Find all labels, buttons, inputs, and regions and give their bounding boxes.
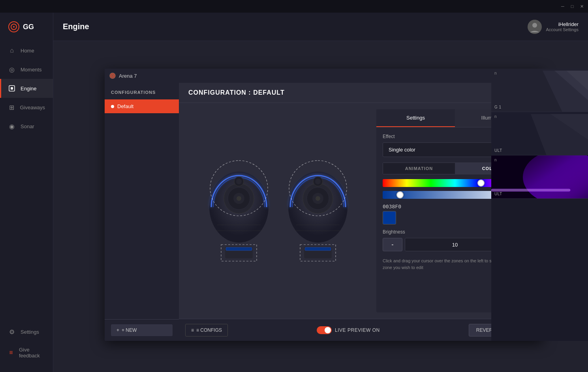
sidebar-label-giveaways: Giveaways	[20, 105, 45, 110]
config-active-dot	[111, 105, 114, 108]
config-body: Settings Illumination Effect	[179, 103, 543, 319]
maximize-btn[interactable]: □	[569, 3, 575, 9]
preview-label-3: ULT	[494, 192, 502, 196]
config-sidebar-bottom: + + NEW	[105, 319, 179, 341]
modal-bottom-bar: ≡ ≡ CONFIGS LIVE PREVI	[179, 319, 543, 341]
config-main-content: CONFIGURATION : DEFAULT	[179, 83, 543, 341]
steelseries-icon	[8, 21, 20, 33]
config-title: CONFIGURATION : DEFAULT	[188, 89, 534, 96]
bottom-left: ≡ ≡ CONFIGS	[185, 324, 228, 336]
preview-card-3[interactable]: n ULT	[491, 155, 588, 199]
right-preview-panel: n G 1 n ULT	[491, 69, 588, 341]
preview-img-2	[491, 112, 588, 155]
moments-icon: ◎	[8, 65, 16, 73]
configurations-title: CONFIGURATIONS	[111, 90, 173, 95]
configs-button[interactable]: ≡ ≡ CONFIGS	[185, 324, 228, 336]
preview-label-top-3: n	[494, 158, 497, 162]
sidebar-item-home[interactable]: ⌂ Home	[0, 41, 53, 60]
plus-icon: +	[116, 327, 119, 333]
sidebar-item-settings[interactable]: ⚙ Settings	[0, 322, 53, 341]
preview-img-3	[491, 155, 588, 198]
svg-rect-43	[491, 189, 570, 191]
right-speaker	[284, 156, 351, 266]
sidebar-bottom: ⚙ Settings ≡ Give feedback	[0, 322, 53, 372]
sidebar-label-moments: Moments	[21, 67, 41, 73]
toggle-knob	[325, 327, 331, 333]
preview-label-top-2: n	[494, 114, 497, 119]
app-logo: GG	[0, 13, 53, 41]
modal-app-icon	[109, 73, 116, 79]
modal-title: Arena 7	[119, 73, 137, 79]
avatar	[528, 20, 542, 34]
settings-icon: ⚙	[8, 328, 16, 336]
modal-body: CONFIGURATIONS Default	[105, 83, 543, 341]
brightness-slider-thumb[interactable]	[396, 191, 404, 198]
config-sidebar-header: CONFIGURATIONS	[105, 83, 179, 99]
sidebar: GG ⌂ Home ◎ Moments	[0, 13, 53, 372]
sonar-icon: ◉	[8, 122, 16, 130]
modal-title-left: Arena 7	[109, 73, 137, 79]
app-header: Engine iHellrider Account Settings	[53, 13, 588, 41]
preview-card-2[interactable]: n ULT	[491, 112, 588, 155]
config-list: Default	[105, 99, 179, 319]
active-bar	[0, 79, 1, 98]
brightness-value: 10	[405, 238, 505, 251]
preview-img-1	[491, 69, 588, 112]
page-content: Arena 7 ─ □ ✕ CONFIGURATIONS	[53, 41, 588, 372]
user-name: iHellrider	[546, 21, 579, 27]
brightness-minus-btn[interactable]: -	[383, 238, 402, 251]
user-menu[interactable]: iHellrider Account Settings	[528, 20, 579, 34]
svg-point-26	[316, 196, 320, 201]
svg-rect-32	[305, 247, 331, 250]
configs-icon: ≡	[191, 327, 194, 333]
sidebar-label-sonar: Sonar	[21, 123, 34, 129]
color-swatch[interactable]	[383, 211, 396, 224]
config-header: CONFIGURATION : DEFAULT	[179, 83, 543, 103]
speaker-visualization	[188, 109, 368, 312]
modal-titlebar: Arena 7 ─ □ ✕	[105, 69, 543, 83]
configs-label: ≡ CONFIGS	[196, 327, 222, 333]
settings-tab-label: Settings	[406, 115, 425, 121]
sidebar-item-giveaways[interactable]: ⊞ Giveaways	[0, 98, 53, 117]
sidebar-label-settings: Settings	[21, 329, 39, 335]
color-hex: 0038F0	[383, 204, 401, 209]
sidebar-item-engine[interactable]: Engine	[0, 79, 53, 98]
logo-text: GG	[23, 23, 34, 31]
giveaways-icon: ⊞	[8, 103, 15, 111]
feedback-icon: ≡	[8, 349, 14, 357]
sidebar-item-moments[interactable]: ◎ Moments	[0, 60, 53, 79]
sidebar-item-sonar[interactable]: ◉ Sonar	[0, 117, 53, 136]
live-preview-label: LIVE PREVIEW ON	[335, 327, 380, 333]
bottom-center: LIVE PREVIEW ON	[317, 326, 380, 334]
svg-point-6	[532, 23, 537, 28]
close-btn[interactable]: ✕	[579, 3, 585, 9]
animation-tab[interactable]: ANIMATION	[383, 163, 455, 174]
minimize-btn[interactable]: ─	[560, 3, 566, 9]
tab-settings[interactable]: Settings	[376, 109, 455, 127]
user-info: iHellrider Account Settings	[546, 21, 579, 32]
color-slider-thumb[interactable]	[477, 179, 485, 187]
svg-point-42	[523, 155, 588, 199]
live-preview-toggle[interactable]: LIVE PREVIEW ON	[317, 326, 380, 334]
sidebar-label-home: Home	[21, 48, 34, 54]
preview-label-top-1: n	[494, 71, 497, 75]
svg-point-14	[237, 196, 241, 201]
svg-rect-4	[11, 87, 13, 90]
toggle-switch[interactable]	[317, 326, 332, 334]
svg-point-28	[315, 179, 321, 184]
effect-value: Single color	[389, 147, 415, 153]
new-config-button[interactable]: + + NEW	[111, 324, 173, 336]
account-settings-link[interactable]: Account Settings	[546, 27, 579, 32]
svg-rect-20	[226, 247, 252, 250]
config-item-default[interactable]: Default	[105, 99, 179, 113]
system-titlebar: ─ □ ✕	[0, 0, 588, 13]
new-btn-label: + NEW	[122, 327, 137, 333]
left-speaker	[205, 156, 272, 266]
right-speaker-svg	[284, 156, 351, 266]
sidebar-item-feedback[interactable]: ≡ Give feedback	[0, 341, 53, 364]
svg-point-16	[236, 179, 242, 184]
sidebar-nav: ⌂ Home ◎ Moments Engine	[0, 41, 53, 322]
preview-card-1[interactable]: n G 1	[491, 69, 588, 112]
content-area: Engine iHellrider Account Settings	[53, 13, 588, 372]
sidebar-label-feedback: Give feedback	[19, 347, 45, 359]
